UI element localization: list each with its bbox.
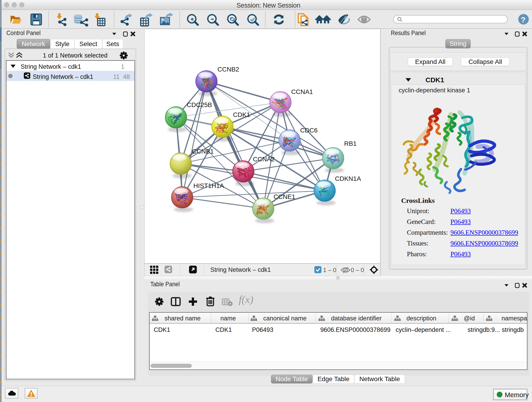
svg-text:CDC25B: CDC25B — [187, 101, 212, 108]
svg-text:CDK1: CDK1 — [233, 111, 250, 118]
svg-text:CCNB1: CCNB1 — [192, 148, 214, 155]
svg-text:HIST1H1A: HIST1H1A — [193, 182, 224, 189]
svg-text:CDC6: CDC6 — [300, 127, 317, 134]
svg-text:CCNE1: CCNE1 — [273, 193, 295, 200]
svg-text:CDKN1A: CDKN1A — [335, 175, 361, 182]
svg-text:CCNA1: CCNA1 — [291, 88, 313, 95]
svg-text:RB1: RB1 — [344, 140, 356, 147]
svg-text:CCNB2: CCNB2 — [217, 66, 239, 73]
svg-text:CCNA2: CCNA2 — [253, 156, 275, 163]
